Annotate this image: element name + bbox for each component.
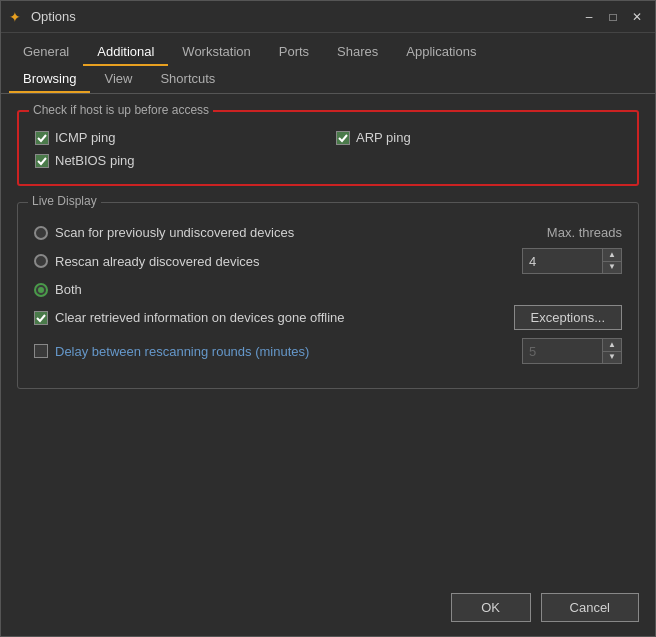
tab-browsing[interactable]: Browsing	[9, 66, 90, 93]
max-threads-spinbox: ▲ ▼	[522, 248, 622, 274]
both-row: Both	[34, 282, 622, 297]
tab-bar: General Additional Workstation Ports Sha…	[1, 33, 655, 94]
rescan-left: Rescan already discovered devices	[34, 254, 260, 269]
tab-shares[interactable]: Shares	[323, 39, 392, 66]
both-radio[interactable]	[34, 283, 48, 297]
ok-button[interactable]: OK	[451, 593, 531, 622]
max-threads-label: Max. threads	[547, 225, 622, 240]
scan-undiscovered-row: Scan for previously undiscovered devices…	[34, 225, 622, 240]
clear-offline-checkbox[interactable]	[34, 311, 48, 325]
exceptions-right: Exceptions...	[514, 305, 622, 330]
delay-spin-buttons: ▲ ▼	[602, 338, 622, 364]
tab-additional-browsing[interactable]: Additional	[83, 39, 168, 66]
tab-ports[interactable]: Ports	[265, 39, 323, 66]
delay-row: Delay between rescanning rounds (minutes…	[34, 338, 622, 364]
scan-undiscovered-radio[interactable]	[34, 226, 48, 240]
tab-row-2: Browsing View Shortcuts	[9, 66, 647, 93]
delay-label: Delay between rescanning rounds (minutes…	[55, 344, 309, 359]
title-bar-left: ✦ Options	[9, 9, 76, 25]
check-host-checkboxes: ICMP ping ARP ping NetBIOS ping	[35, 130, 621, 168]
icmp-label: ICMP ping	[55, 130, 115, 145]
both-left: Both	[34, 282, 82, 297]
delay-checkbox[interactable]	[34, 344, 48, 358]
rescan-label: Rescan already discovered devices	[55, 254, 260, 269]
maximize-button[interactable]: □	[603, 7, 623, 27]
live-display-group: Live Display Scan for previously undisco…	[17, 202, 639, 389]
arp-checkbox[interactable]	[336, 131, 350, 145]
tab-general[interactable]: General	[9, 39, 83, 66]
close-button[interactable]: ✕	[627, 7, 647, 27]
title-bar: ✦ Options – □ ✕	[1, 1, 655, 33]
rescan-radio[interactable]	[34, 254, 48, 268]
content-area: Check if host is up before access ICMP p…	[1, 94, 655, 583]
tab-shortcuts[interactable]: Shortcuts	[146, 66, 229, 93]
scan-undiscovered-left: Scan for previously undiscovered devices	[34, 225, 294, 240]
delay-spinbox-right: ▲ ▼	[522, 338, 622, 364]
exceptions-button[interactable]: Exceptions...	[514, 305, 622, 330]
icmp-item: ICMP ping	[35, 130, 320, 145]
netbios-checkbox[interactable]	[35, 154, 49, 168]
netbios-label: NetBIOS ping	[55, 153, 135, 168]
live-display-label: Live Display	[28, 194, 101, 208]
max-threads-control: Max. threads	[547, 225, 622, 240]
options-window: ✦ Options – □ ✕ General Additional Works…	[0, 0, 656, 637]
max-threads-spin-buttons: ▲ ▼	[602, 248, 622, 274]
minimize-button[interactable]: –	[579, 7, 599, 27]
delay-spinbox: ▲ ▼	[522, 338, 622, 364]
clear-offline-row: Clear retrieved information on devices g…	[34, 305, 622, 330]
rescan-row: Rescan already discovered devices ▲ ▼	[34, 248, 622, 274]
delay-input[interactable]	[522, 338, 602, 364]
tab-applications[interactable]: Applications	[392, 39, 490, 66]
tab-workstation[interactable]: Workstation	[168, 39, 264, 66]
window-title: Options	[31, 9, 76, 24]
delay-up-button[interactable]: ▲	[603, 339, 621, 351]
threads-up-button[interactable]: ▲	[603, 249, 621, 261]
arp-item: ARP ping	[336, 130, 621, 145]
max-threads-input[interactable]	[522, 248, 602, 274]
live-display-content: Scan for previously undiscovered devices…	[34, 225, 622, 364]
netbios-item: NetBIOS ping	[35, 153, 320, 168]
cancel-button[interactable]: Cancel	[541, 593, 639, 622]
arp-label: ARP ping	[356, 130, 411, 145]
scan-undiscovered-label: Scan for previously undiscovered devices	[55, 225, 294, 240]
window-icon: ✦	[9, 9, 25, 25]
both-label: Both	[55, 282, 82, 297]
clear-offline-left: Clear retrieved information on devices g…	[34, 310, 345, 325]
check-host-label: Check if host is up before access	[29, 103, 213, 117]
title-controls: – □ ✕	[579, 7, 647, 27]
threads-spinbox: ▲ ▼	[522, 248, 622, 274]
check-host-group: Check if host is up before access ICMP p…	[17, 110, 639, 186]
clear-offline-label: Clear retrieved information on devices g…	[55, 310, 345, 325]
delay-left: Delay between rescanning rounds (minutes…	[34, 344, 309, 359]
delay-down-button[interactable]: ▼	[603, 351, 621, 364]
tab-row-1: General Additional Workstation Ports Sha…	[9, 39, 647, 66]
threads-down-button[interactable]: ▼	[603, 261, 621, 274]
tab-view[interactable]: View	[90, 66, 146, 93]
footer: OK Cancel	[1, 583, 655, 636]
icmp-checkbox[interactable]	[35, 131, 49, 145]
